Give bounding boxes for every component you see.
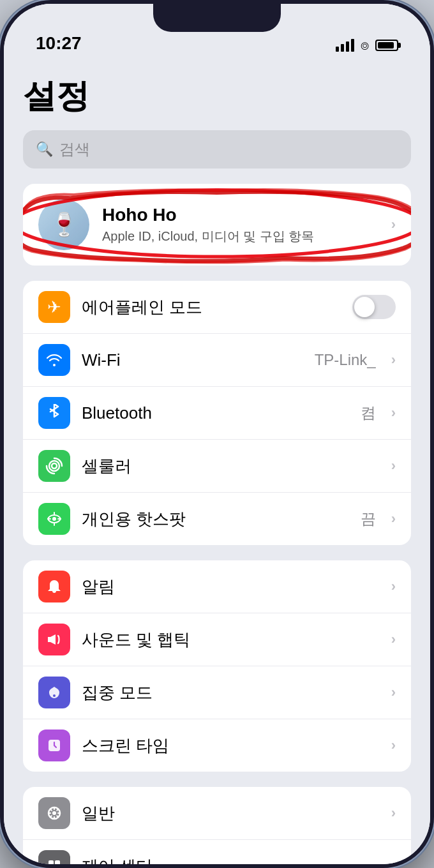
screentime-row[interactable]: 스크린 타임 ›: [23, 719, 411, 772]
profile-row[interactable]: 🍷 Hoho Ho Apple ID, iCloud, 미디어 및 구입 항목 …: [23, 186, 411, 263]
focus-chevron-icon: ›: [391, 684, 396, 701]
control-center-icon: [38, 850, 70, 864]
airplane-mode-row[interactable]: ✈ 에어플레인 모드: [23, 281, 411, 333]
svg-point-2: [52, 463, 57, 468]
status-bar: 10:27 ⌾: [4, 4, 430, 61]
screen-content[interactable]: 설정 🔍 검색 🍷: [4, 61, 430, 864]
network-settings-card: ✈ 에어플레인 모드 Wi-Fi: [23, 281, 411, 545]
page-title: 설정: [23, 61, 411, 130]
profile-info: Hoho Ho Apple ID, iCloud, 미디어 및 구입 항목: [102, 205, 378, 245]
screentime-icon: [38, 730, 70, 761]
cellular-row[interactable]: 셀룰러 ›: [23, 439, 411, 492]
bluetooth-icon: [38, 397, 70, 429]
svg-rect-8: [49, 860, 54, 864]
airplane-toggle[interactable]: [352, 295, 396, 319]
general-label: 일반: [82, 802, 380, 825]
notification-settings-card: 알림 › 사운드 및 햅틱 ›: [23, 560, 411, 772]
profile-subtitle: Apple ID, iCloud, 미디어 및 구입 항목: [102, 228, 378, 245]
sound-label: 사운드 및 햅틱: [82, 629, 380, 651]
general-settings-card: 일반 › 제어 센터 ›: [23, 787, 411, 864]
notch: [153, 4, 281, 32]
control-center-row[interactable]: 제어 센터 ›: [23, 839, 411, 864]
bluetooth-label: Bluetooth: [82, 403, 349, 423]
screentime-label: 스크린 타임: [82, 735, 380, 757]
screentime-chevron-icon: ›: [391, 737, 396, 754]
search-placeholder: 검색: [59, 139, 90, 160]
bluetooth-row[interactable]: Bluetooth 켬 ›: [23, 386, 411, 439]
phone-frame: 10:27 ⌾ 설정 🔍 검색: [0, 0, 434, 868]
avatar: 🍷: [38, 199, 89, 250]
focus-icon: [38, 677, 70, 708]
hotspot-icon: [38, 503, 70, 535]
signal-icon: [336, 39, 354, 52]
notification-icon: [38, 571, 70, 602]
general-row[interactable]: 일반 ›: [23, 787, 411, 839]
profile-card[interactable]: 🍷 Hoho Ho Apple ID, iCloud, 미디어 및 구입 항목 …: [23, 184, 411, 266]
wifi-chevron-icon: ›: [391, 352, 396, 368]
bluetooth-chevron-icon: ›: [391, 405, 396, 421]
profile-chevron-icon: ›: [391, 216, 396, 233]
hotspot-chevron-icon: ›: [391, 511, 396, 527]
sound-chevron-icon: ›: [391, 631, 396, 648]
general-icon: [38, 797, 70, 829]
general-chevron-icon: ›: [391, 805, 396, 821]
status-time: 10:27: [36, 33, 336, 54]
wifi-value: TP-Link_: [315, 351, 376, 369]
control-center-chevron-icon: ›: [391, 858, 396, 864]
hotspot-row[interactable]: 개인용 핫스팟 끔 ›: [23, 492, 411, 545]
sound-row[interactable]: 사운드 및 햅틱 ›: [23, 613, 411, 666]
hotspot-value: 끔: [361, 509, 376, 529]
svg-point-1: [49, 461, 59, 471]
cellular-label: 셀룰러: [82, 455, 380, 477]
sound-icon: [38, 624, 70, 655]
hotspot-label: 개인용 핫스팟: [82, 508, 349, 530]
cellular-chevron-icon: ›: [391, 458, 396, 474]
status-icons: ⌾: [336, 37, 398, 54]
wifi-icon-btn: [38, 344, 70, 376]
cellular-icon: [38, 450, 70, 482]
svg-rect-9: [55, 860, 60, 864]
svg-point-4: [53, 694, 56, 697]
notifications-chevron-icon: ›: [391, 578, 396, 595]
profile-name: Hoho Ho: [102, 205, 378, 225]
notifications-row[interactable]: 알림 ›: [23, 560, 411, 613]
focus-row[interactable]: 집중 모드 ›: [23, 666, 411, 719]
phone-screen: 10:27 ⌾ 설정 🔍 검색: [4, 4, 430, 864]
airplane-icon: ✈: [38, 291, 70, 323]
airplane-label: 에어플레인 모드: [82, 296, 341, 318]
notifications-label: 알림: [82, 576, 380, 598]
focus-label: 집중 모드: [82, 682, 380, 704]
wifi-label: Wi-Fi: [82, 350, 303, 370]
search-icon: 🔍: [36, 141, 53, 158]
control-center-label: 제어 센터: [82, 855, 380, 865]
search-bar[interactable]: 🔍 검색: [23, 130, 411, 168]
svg-point-3: [52, 517, 56, 521]
svg-point-7: [52, 811, 56, 815]
bluetooth-value: 켬: [361, 403, 376, 423]
wifi-icon: ⌾: [361, 37, 369, 54]
battery-icon: [375, 40, 398, 51]
wifi-row[interactable]: Wi-Fi TP-Link_ ›: [23, 333, 411, 386]
